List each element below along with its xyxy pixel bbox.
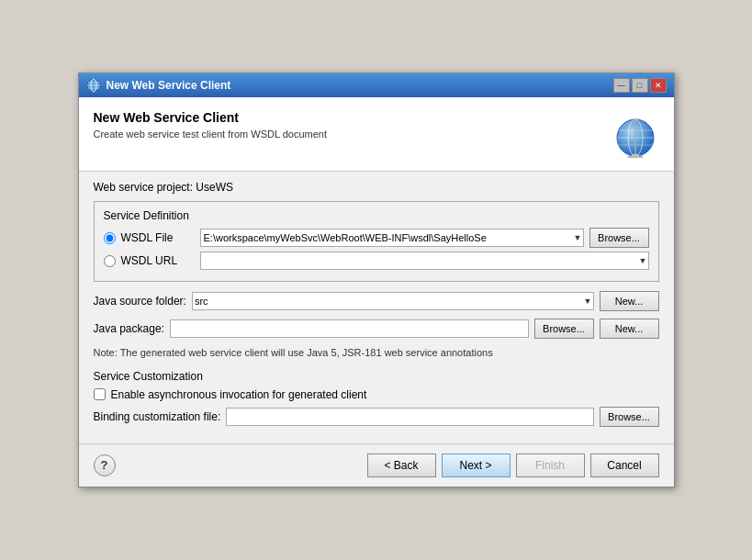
dialog-header-text: New Web Service Client Create web servic… [94,110,328,140]
window-icon [86,78,101,93]
wsdl-file-input[interactable] [200,229,584,247]
java-source-folder-wrapper: src ▼ [192,292,594,310]
svg-rect-11 [628,156,643,158]
java-package-label: Java package: [94,322,164,335]
java-source-folder-label: Java source folder: [94,295,186,308]
title-bar-controls: — □ ✕ [613,78,667,93]
dialog-subtitle: Create web service test client from WSDL… [94,129,328,140]
browse-binding-button[interactable]: Browse... [600,407,659,427]
note-text: Note: The generated web service client w… [94,346,659,360]
help-button[interactable]: ? [94,454,116,476]
globe-icon [612,110,659,158]
java-package-row: Java package: Browse... New... [94,319,659,339]
title-bar-left: New Web Service Client [86,78,231,93]
wsdl-url-input-wrapper: ▼ [200,252,649,270]
wsdl-file-row: WSDL File ▼ Browse... [104,228,649,248]
wsdl-url-radio[interactable] [104,255,116,267]
service-customization-section: Service Customization Enable asynchronou… [94,370,659,427]
title-bar-label: New Web Service Client [107,79,231,92]
wsdl-url-label: WSDL URL [121,254,195,267]
binding-file-label: Binding customization file: [94,410,221,423]
java-source-folder-row: Java source folder: src ▼ New... [94,291,659,311]
cancel-button[interactable]: Cancel [590,454,659,477]
enable-async-checkbox[interactable] [94,388,106,400]
browse-wsdl-button[interactable]: Browse... [589,228,649,248]
wsdl-url-row: WSDL URL ▼ [104,252,649,270]
close-button[interactable]: ✕ [650,78,667,93]
async-invocation-row: Enable asynchronous invocation for gener… [94,388,659,401]
dialog-window: New Web Service Client — □ ✕ New Web Ser… [78,73,675,487]
binding-file-input[interactable] [226,408,593,426]
binding-file-row: Binding customization file: Browse... [94,407,659,427]
new-package-button[interactable]: New... [600,319,659,339]
java-package-input[interactable] [170,319,529,338]
dialog-header: New Web Service Client Create web servic… [79,97,674,172]
service-customization-label: Service Customization [94,370,659,383]
project-line: Web service project: UseWS [94,181,659,194]
footer-right: < Back Next > Finish Cancel [367,454,659,477]
java-source-folder-select[interactable]: src [192,292,594,310]
maximize-button[interactable]: □ [632,78,648,93]
service-definition-section: Service Definition WSDL File ▼ Browse...… [94,201,659,282]
next-button[interactable]: Next > [442,454,511,477]
wsdl-file-label: WSDL File [121,231,195,244]
title-bar: New Web Service Client — □ ✕ [79,73,674,97]
new-source-folder-button[interactable]: New... [600,291,659,311]
dialog-footer: ? < Back Next > Finish Cancel [79,443,674,487]
minimize-button[interactable]: — [613,78,630,93]
enable-async-label: Enable asynchronous invocation for gener… [111,388,367,401]
wsdl-url-select[interactable] [200,252,649,270]
wsdl-file-radio[interactable] [104,232,116,244]
wsdl-file-input-wrapper: ▼ [200,229,584,247]
service-definition-label: Service Definition [104,209,649,222]
dialog-body: Web service project: UseWS Service Defin… [79,172,674,442]
finish-button[interactable]: Finish [516,454,585,477]
browse-package-button[interactable]: Browse... [534,319,594,339]
footer-left: ? [94,454,116,476]
dialog-title: New Web Service Client [94,110,328,125]
back-button[interactable]: < Back [367,454,436,477]
